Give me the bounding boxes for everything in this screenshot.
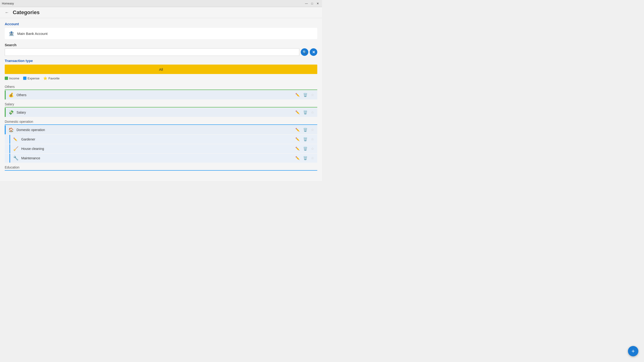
domestic-edit-button[interactable]: ✏️ — [295, 127, 300, 133]
domestic-delete-button[interactable]: 🗑️ — [303, 127, 308, 133]
expense-label: Expense — [28, 77, 40, 80]
search-label: Search — [5, 43, 317, 47]
house-cleaning-icon: 🧹 — [13, 146, 19, 151]
search-row: 🔍 ✕ — [5, 48, 317, 56]
category-row-domestic-operation: 🏠 Domestic operation ✏️ 🗑️ ☆ — [5, 125, 317, 134]
others-icon: 💰 — [8, 92, 14, 98]
maintenance-icon: 🔧 — [13, 156, 19, 161]
search-icon: 🔍 — [303, 50, 307, 54]
expense-pill: Expense — [23, 77, 40, 80]
account-label: Account — [5, 22, 317, 26]
close-button[interactable]: ✕ — [316, 1, 320, 6]
gardener-star-button[interactable]: ☆ — [310, 137, 314, 142]
house-cleaning-name: House cleaning — [21, 147, 295, 151]
page-header: ← Categories — [0, 7, 322, 18]
category-row-maintenance: 🔧 Maintenance ✏️ 🗑️ ☆ — [5, 154, 317, 163]
gardener-edit-button[interactable]: ✏️ — [295, 137, 300, 142]
others-delete-button[interactable]: 🗑️ — [303, 92, 308, 98]
transaction-type-label: Transaction type — [5, 59, 317, 63]
search-section: Search 🔍 ✕ — [5, 43, 317, 56]
others-edit-button[interactable]: ✏️ — [295, 92, 300, 98]
group-header-domestic: Domestic operation — [5, 119, 317, 125]
salary-edit-button[interactable]: ✏️ — [295, 110, 300, 115]
maintenance-star-button[interactable]: ☆ — [310, 156, 314, 161]
house-cleaning-delete-button[interactable]: 🗑️ — [303, 146, 308, 151]
group-header-others: Others — [5, 84, 317, 90]
sub-left-bar-3 — [10, 154, 10, 163]
minimize-button[interactable]: — — [304, 1, 309, 6]
content-area: Account 🏦 Main Bank Account Search 🔍 ✕ T… — [0, 18, 322, 181]
house-cleaning-actions: ✏️ 🗑️ ☆ — [295, 146, 314, 151]
category-row-gardener: ✏️ Gardener ✏️ 🗑️ ☆ — [5, 135, 317, 144]
maximize-button[interactable]: □ — [310, 1, 314, 6]
salary-icon: 💸 — [8, 110, 14, 115]
favorite-pill: ⭐ Favorite — [43, 76, 60, 80]
others-name: Others — [16, 93, 295, 97]
maintenance-actions: ✏️ 🗑️ ☆ — [295, 156, 314, 161]
income-pill: Income — [5, 77, 19, 80]
sub-left-bar-2 — [10, 144, 10, 153]
salary-name: Salary — [16, 111, 295, 114]
favorite-label: Favorite — [48, 77, 60, 80]
search-input[interactable] — [5, 48, 299, 56]
group-header-education: Education — [5, 165, 317, 171]
expense-dot — [23, 77, 26, 80]
gardener-name: Gardener — [21, 137, 295, 141]
account-row: 🏦 Main Bank Account — [5, 28, 317, 39]
income-dot — [5, 77, 8, 80]
gardener-actions: ✏️ 🗑️ ☆ — [295, 137, 314, 142]
all-filter-button[interactable]: All — [5, 65, 317, 74]
maintenance-edit-button[interactable]: ✏️ — [295, 156, 300, 161]
domestic-icon: 🏠 — [8, 127, 14, 133]
house-cleaning-star-button[interactable]: ☆ — [310, 146, 314, 151]
salary-actions: ✏️ 🗑️ ☆ — [295, 110, 314, 115]
domestic-actions: ✏️ 🗑️ ☆ — [295, 127, 314, 133]
bank-icon: 🏦 — [8, 31, 14, 36]
account-name: Main Bank Account — [17, 31, 48, 36]
clear-icon: ✕ — [312, 50, 315, 54]
others-star-button[interactable]: ☆ — [310, 92, 314, 98]
title-bar: Homeasy — □ ✕ — [0, 0, 322, 7]
domestic-name: Domestic operation — [16, 128, 295, 132]
others-actions: ✏️ 🗑️ ☆ — [295, 92, 314, 98]
group-header-salary: Salary — [5, 101, 317, 107]
sub-left-bar — [10, 135, 10, 144]
favorite-star-icon: ⭐ — [43, 76, 47, 80]
income-label: Income — [9, 77, 19, 80]
app-title: Homeasy — [2, 2, 14, 5]
category-row-salary: 💸 Salary ✏️ 🗑️ ☆ — [5, 108, 317, 117]
salary-star-button[interactable]: ☆ — [310, 110, 314, 115]
app-title-area: Homeasy — [2, 2, 14, 5]
back-button[interactable]: ← — [4, 10, 10, 15]
gardener-icon: ✏️ — [13, 137, 19, 141]
maintenance-delete-button[interactable]: 🗑️ — [303, 156, 308, 161]
gardener-delete-button[interactable]: 🗑️ — [303, 137, 308, 142]
filter-pills: Income Expense ⭐ Favorite — [5, 76, 317, 80]
salary-delete-button[interactable]: 🗑️ — [303, 110, 308, 115]
house-cleaning-edit-button[interactable]: ✏️ — [295, 146, 300, 151]
category-row-others: 💰 Others ✏️ 🗑️ ☆ — [5, 90, 317, 99]
category-row-house-cleaning: 🧹 House cleaning ✏️ 🗑️ ☆ — [5, 144, 317, 153]
maintenance-name: Maintenance — [21, 156, 295, 160]
domestic-star-button[interactable]: ☆ — [310, 127, 314, 133]
window-controls: — □ ✕ — [304, 1, 320, 6]
search-button[interactable]: 🔍 — [301, 48, 308, 56]
page-title: Categories — [13, 9, 40, 15]
clear-search-button[interactable]: ✕ — [310, 48, 317, 56]
